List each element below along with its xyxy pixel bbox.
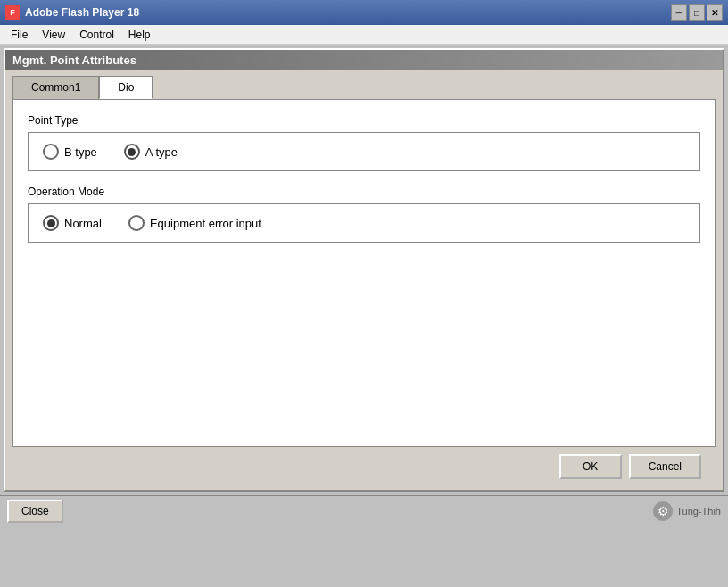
dialog-title-bar: Mgmt. Point Attributes [5,50,723,70]
operation-normal-radio[interactable] [43,215,59,231]
operation-error-label: Equipment error input [150,217,261,230]
menu-view[interactable]: View [35,27,72,43]
footer-logo-label: Tung-Thih [676,506,721,517]
operation-mode-label: Operation Mode [28,186,700,198]
point-type-a-option[interactable]: A type [124,144,178,160]
menu-help[interactable]: Help [121,27,158,43]
title-bar: F Adobe Flash Player 18 ─ □ ✕ [0,0,728,25]
point-type-a-label: A type [145,145,178,159]
point-type-b-label: B type [64,145,97,159]
menu-control[interactable]: Control [72,27,121,43]
operation-normal-option[interactable]: Normal [43,215,102,231]
operation-mode-group: Normal Equipment error input [28,203,700,243]
svg-text:F: F [10,8,15,17]
point-type-group: B type A type [28,132,700,171]
minimize-button[interactable]: ─ [671,4,687,21]
title-bar-controls: ─ □ ✕ [671,4,723,21]
footer: Close ⚙ Tung-Thih [0,495,728,525]
tab-dio[interactable]: Dio [99,76,153,99]
ok-button[interactable]: OK [559,454,622,479]
close-button[interactable]: Close [7,500,63,523]
point-type-b-radio[interactable] [43,144,59,160]
point-type-label: Point Type [28,114,700,127]
operation-normal-label: Normal [64,217,102,230]
maximize-button[interactable]: □ [689,4,705,21]
cancel-button[interactable]: Cancel [629,454,701,479]
menu-bar: File View Control Help [0,25,728,45]
point-type-b-option[interactable]: B type [43,144,97,160]
footer-logo-icon: ⚙ [653,501,673,521]
title-bar-left: F Adobe Flash Player 18 [5,5,139,20]
close-button[interactable]: ✕ [707,4,723,21]
point-type-a-radio[interactable] [124,144,140,160]
tab-common1[interactable]: Common1 [12,76,99,99]
operation-error-option[interactable]: Equipment error input [128,215,261,231]
footer-logo: ⚙ Tung-Thih [653,501,721,521]
menu-file[interactable]: File [4,27,35,43]
bottom-bar: OK Cancel [12,447,716,486]
operation-error-radio[interactable] [128,215,145,231]
dialog-title: Mgmt. Point Attributes [12,54,136,67]
tab-container: Common1 Dio [5,70,723,99]
app-title: Adobe Flash Player 18 [25,6,139,19]
content-area: Point Type B type A type Operation Mode … [12,99,716,447]
main-window: Mgmt. Point Attributes Common1 Dio Point… [4,48,724,492]
app-icon: F [5,5,20,20]
